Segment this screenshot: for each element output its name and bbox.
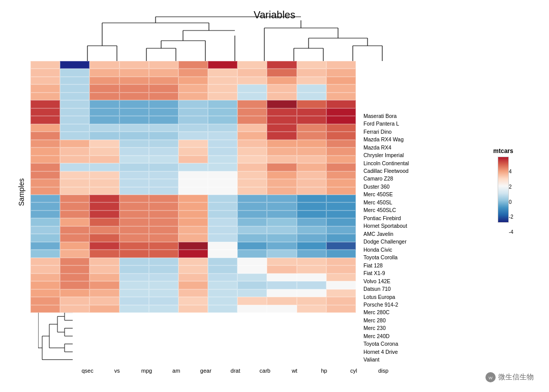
heatmap-cell [267, 218, 296, 226]
heatmap-cell [89, 265, 119, 273]
row-label: Toyota Corona [363, 340, 409, 348]
heatmap-cell [178, 147, 208, 155]
heatmap-cell [60, 100, 89, 108]
heatmap-cell [178, 84, 208, 92]
heatmap-cell [326, 226, 356, 234]
heatmap-cell [297, 93, 326, 100]
heatmap-cell [326, 274, 356, 281]
heatmap-cell [208, 210, 237, 218]
heatmap-cell [267, 210, 296, 218]
heatmap-cell [237, 77, 267, 84]
heatmap-cell [237, 140, 267, 147]
row-label: Fiat X1-9 [363, 269, 409, 277]
col-label: carb [250, 368, 280, 374]
heatmap-cell [178, 305, 208, 313]
heatmap-cell [89, 156, 119, 163]
heatmap-cell [89, 234, 119, 242]
heatmap-cell [119, 124, 149, 132]
heatmap-cell [89, 242, 119, 250]
heatmap-cell [297, 140, 326, 147]
heatmap-cell [30, 69, 60, 76]
heatmap-cell [149, 69, 178, 76]
heatmap-cell [30, 281, 60, 289]
heatmap-cell [119, 163, 149, 171]
col-label: disp [369, 368, 398, 374]
row-label: Maserati Bora [363, 112, 409, 119]
heatmap-cell [326, 124, 356, 132]
heatmap-cell [297, 132, 326, 139]
heatmap-cell [178, 163, 208, 171]
heatmap-cell [89, 124, 119, 132]
heatmap-cell [326, 234, 356, 242]
row-labels: Maserati BoraFord Pantera LFerrari DinoM… [363, 112, 409, 364]
heatmap-cell [149, 202, 178, 210]
heatmap-cell [297, 195, 326, 202]
heatmap-cell [267, 234, 296, 242]
heatmap-cell [119, 140, 149, 147]
heatmap-cell [208, 116, 237, 124]
legend: mtcars 420-2-4 [483, 147, 524, 223]
heatmap-cell [237, 281, 267, 289]
heatmap-cell [267, 116, 296, 124]
heatmap-cell [237, 234, 267, 242]
heatmap-cell [208, 218, 237, 226]
heatmap-cell [208, 100, 237, 108]
row-label: Cadillac Fleetwood [363, 167, 409, 174]
heatmap-cell [119, 305, 149, 313]
watermark-text: 微生信生物 [498, 373, 534, 382]
heatmap-cell [297, 163, 326, 171]
heatmap-cell [119, 187, 149, 195]
heatmap-cell [208, 234, 237, 242]
heatmap-cell [30, 132, 60, 139]
heatmap-cell [119, 69, 149, 76]
heatmap-cell [267, 250, 296, 257]
heatmap-cell [297, 69, 326, 76]
heatmap-cell [60, 281, 89, 289]
heatmap-cell [89, 100, 119, 108]
heatmap-cell [237, 242, 267, 250]
heatmap-cell [326, 210, 356, 218]
row-label: Duster 360 [363, 183, 409, 190]
heatmap-cell [208, 132, 237, 139]
heatmap-cell [208, 69, 237, 76]
heatmap-cell [30, 202, 60, 210]
legend-labels: 420-2-4 [509, 169, 513, 235]
heatmap-cell [60, 108, 89, 116]
legend-title: mtcars [483, 147, 524, 155]
heatmap-cell [89, 226, 119, 234]
heatmap-cell [149, 116, 178, 124]
heatmap-cell [89, 305, 119, 313]
heatmap-cell [60, 218, 89, 226]
heatmap-cell [297, 242, 326, 250]
heatmap-cell [297, 305, 326, 313]
heatmap-cell [326, 93, 356, 100]
row-label: Valiant [363, 356, 409, 364]
heatmap-cell [237, 297, 267, 305]
heatmap-cell [208, 305, 237, 313]
heatmap-cell [60, 234, 89, 242]
heatmap-cell [149, 265, 178, 273]
heatmap-cell [237, 147, 267, 155]
heatmap-cell [297, 179, 326, 187]
heatmap-cell [326, 281, 356, 289]
legend-label: 2 [509, 184, 513, 190]
heatmap-cell [89, 250, 119, 257]
col-label: mpg [132, 368, 161, 374]
heatmap-cell [326, 147, 356, 155]
heatmap-cell [149, 124, 178, 132]
heatmap-cell [237, 69, 267, 76]
heatmap-cell [149, 226, 178, 234]
heatmap-cell [267, 289, 296, 297]
row-label: Datsun 710 [363, 285, 409, 292]
heatmap-cell [30, 297, 60, 305]
heatmap-cell [60, 274, 89, 281]
heatmap-cell [30, 163, 60, 171]
heatmap-cell [89, 140, 119, 147]
heatmap-cell [208, 242, 237, 250]
heatmap-cell [267, 195, 296, 202]
heatmap-cell [178, 265, 208, 273]
row-label: Merc 450SLC [363, 206, 409, 214]
heatmap-cell [326, 61, 356, 69]
heatmap-cell [326, 242, 356, 250]
heatmap-cell [60, 179, 89, 187]
